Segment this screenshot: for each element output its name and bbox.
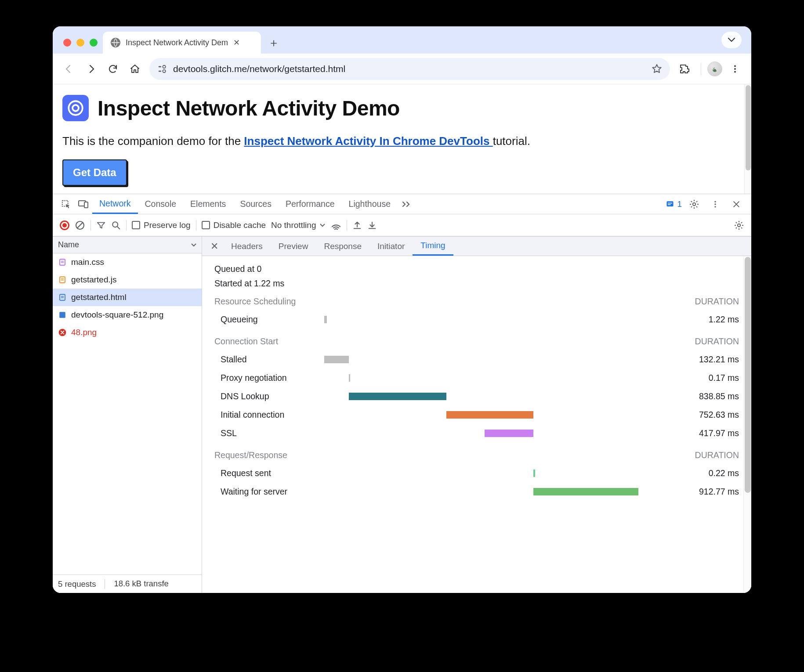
request-row[interactable]: devtools-square-512.png xyxy=(53,306,202,324)
request-detail-panel: ✕ HeadersPreviewResponseInitiatorTiming … xyxy=(202,237,751,593)
devtools-tabbar: NetworkConsoleElementsSourcesPerformance… xyxy=(53,194,751,214)
svg-rect-14 xyxy=(668,202,672,203)
clear-button[interactable] xyxy=(75,220,85,231)
inspect-element-icon[interactable] xyxy=(57,194,75,214)
upload-har-icon[interactable] xyxy=(352,220,362,230)
search-icon[interactable] xyxy=(111,220,121,230)
close-detail-button[interactable]: ✕ xyxy=(206,237,223,256)
detail-tab-timing[interactable]: Timing xyxy=(413,237,453,256)
devtools-tab-console[interactable]: Console xyxy=(138,194,184,214)
tab-search-button[interactable] xyxy=(721,32,742,48)
back-button[interactable] xyxy=(59,59,79,79)
timing-row: Queueing1.22 ms xyxy=(214,310,739,329)
detail-scrollbar[interactable] xyxy=(743,256,751,593)
device-toolbar-icon[interactable] xyxy=(75,194,92,214)
download-har-icon[interactable] xyxy=(367,220,377,230)
new-tab-button[interactable]: ＋ xyxy=(265,34,282,51)
tab-close-button[interactable]: ✕ xyxy=(233,38,240,47)
request-row[interactable]: getstarted.html xyxy=(53,289,202,306)
address-bar[interactable]: devtools.glitch.me/network/getstarted.ht… xyxy=(149,58,670,80)
preserve-log-checkbox[interactable]: Preserve log xyxy=(132,220,191,230)
site-settings-icon[interactable] xyxy=(157,64,167,74)
svg-rect-26 xyxy=(59,312,65,318)
request-row[interactable]: main.css xyxy=(53,253,202,271)
timing-row: Proxy negotiation0.17 ms xyxy=(214,369,739,387)
browser-menu-button[interactable] xyxy=(725,59,745,79)
svg-rect-2 xyxy=(159,70,161,72)
request-row[interactable]: getstarted.js xyxy=(53,271,202,289)
timing-row: Initial connection752.63 ms xyxy=(214,405,739,424)
timing-bar xyxy=(324,356,349,363)
issues-button[interactable]: 1 xyxy=(666,199,682,209)
profile-avatar[interactable] xyxy=(707,61,722,76)
forward-button[interactable] xyxy=(81,59,101,79)
devtools-logo-icon xyxy=(62,95,89,121)
disable-cache-checkbox[interactable]: Disable cache xyxy=(202,220,266,230)
filter-icon[interactable] xyxy=(96,220,106,230)
desc-suffix: tutorial. xyxy=(493,134,530,148)
page-description: This is the companion demo for the Inspe… xyxy=(62,134,742,148)
throttling-select[interactable]: No throttling xyxy=(271,220,326,230)
tutorial-link[interactable]: Inspect Network Activity In Chrome DevTo… xyxy=(244,134,493,148)
browser-window: Inspect Network Activity Dem ✕ ＋ devtool… xyxy=(53,26,751,593)
timing-duration: 0.22 ms xyxy=(673,468,739,478)
divider xyxy=(701,63,701,75)
request-list: Name main.cssgetstarted.jsgetstarted.htm… xyxy=(53,237,202,593)
timing-label: Initial connection xyxy=(214,410,324,420)
window-close-button[interactable] xyxy=(63,39,71,47)
svg-point-16 xyxy=(693,202,695,205)
timing-label: Queueing xyxy=(214,314,324,325)
timing-bar xyxy=(324,316,327,323)
devtools-close-icon[interactable] xyxy=(728,200,745,209)
detail-tab-response[interactable]: Response xyxy=(316,237,369,256)
detail-tabs: ✕ HeadersPreviewResponseInitiatorTiming xyxy=(202,237,751,256)
window-maximize-button[interactable] xyxy=(90,39,98,47)
started-at: Started at 1.22 ms xyxy=(214,278,739,289)
timing-duration: 132.21 ms xyxy=(673,354,739,365)
detail-tab-preview[interactable]: Preview xyxy=(271,237,316,256)
devtools-body: Name main.cssgetstarted.jsgetstarted.htm… xyxy=(53,236,751,593)
timing-duration: 752.63 ms xyxy=(673,410,739,420)
home-button[interactable] xyxy=(125,59,145,79)
bookmark-star-icon[interactable] xyxy=(652,64,662,74)
network-settings-icon[interactable] xyxy=(734,220,744,231)
timing-bar xyxy=(533,488,638,495)
reload-button[interactable] xyxy=(103,59,123,79)
timing-row: Stalled132.21 ms xyxy=(214,350,739,369)
requests-count: 5 requests xyxy=(58,579,96,589)
svg-point-4 xyxy=(163,69,165,72)
timing-label: SSL xyxy=(214,428,324,438)
issues-count: 1 xyxy=(677,199,682,209)
devtools-settings-icon[interactable] xyxy=(685,199,703,210)
page-scrollbar[interactable] xyxy=(744,84,751,194)
request-list-footer: 5 requests 18.6 kB transfe xyxy=(53,574,202,593)
devtools-tab-network[interactable]: Network xyxy=(92,194,138,214)
record-button[interactable] xyxy=(60,220,69,230)
extensions-button[interactable] xyxy=(674,59,695,79)
detail-tab-initiator[interactable]: Initiator xyxy=(369,237,413,256)
window-minimize-button[interactable] xyxy=(76,39,84,47)
svg-point-19 xyxy=(714,206,716,207)
svg-rect-12 xyxy=(84,202,88,208)
svg-point-8 xyxy=(69,101,83,115)
network-conditions-icon[interactable] xyxy=(331,221,341,230)
more-tabs-button[interactable] xyxy=(398,194,415,214)
tab-strip: Inspect Network Activity Dem ✕ ＋ xyxy=(53,26,751,54)
request-list-header[interactable]: Name xyxy=(53,237,202,253)
get-data-button[interactable]: Get Data xyxy=(62,159,127,186)
desc-prefix: This is the companion demo for the xyxy=(62,134,244,148)
devtools-menu-icon[interactable] xyxy=(706,200,724,209)
url-text: devtools.glitch.me/network/getstarted.ht… xyxy=(173,64,345,74)
devtools-tab-sources[interactable]: Sources xyxy=(233,194,279,214)
svg-point-17 xyxy=(714,201,716,202)
devtools-tab-lighthouse[interactable]: Lighthouse xyxy=(342,194,398,214)
timing-section-header: Request/ResponseDURATION xyxy=(214,450,739,460)
request-row[interactable]: 48.png xyxy=(53,324,202,341)
detail-tab-headers[interactable]: Headers xyxy=(223,237,271,256)
timing-duration: 0.17 ms xyxy=(673,373,739,383)
preserve-log-label: Preserve log xyxy=(144,220,191,230)
devtools-tab-elements[interactable]: Elements xyxy=(183,194,233,214)
browser-tab[interactable]: Inspect Network Activity Dem ✕ xyxy=(103,32,261,54)
devtools-tab-performance[interactable]: Performance xyxy=(279,194,342,214)
request-name: devtools-square-512.png xyxy=(71,310,163,320)
